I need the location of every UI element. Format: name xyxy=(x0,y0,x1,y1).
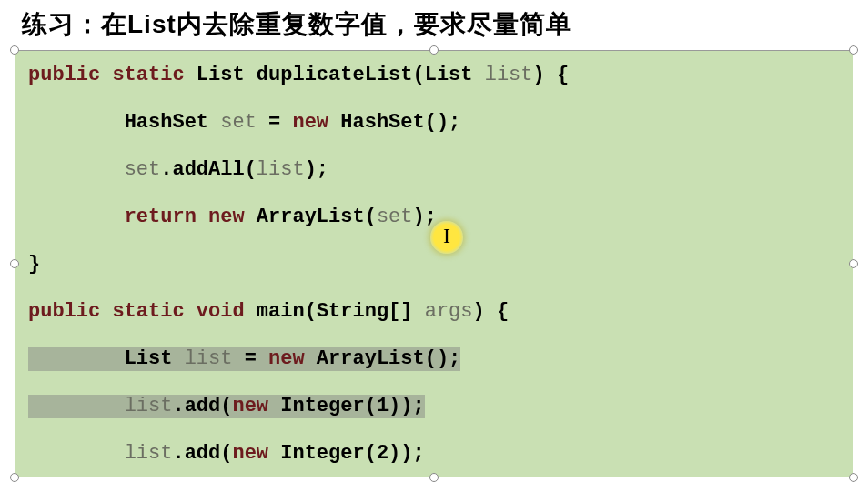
end: )); xyxy=(389,395,425,417)
obj-list: list xyxy=(125,395,173,417)
brace-close: } xyxy=(28,253,40,276)
indent xyxy=(28,442,125,465)
kw-new: new xyxy=(232,442,268,465)
var-set: set xyxy=(220,111,257,134)
paren-brace: ) { xyxy=(473,300,510,323)
eq: = xyxy=(257,111,293,134)
resize-handle[interactable] xyxy=(429,473,439,482)
indent xyxy=(28,111,125,134)
var-list: list xyxy=(185,347,233,370)
code-content[interactable]: public static List duplicateList(List li… xyxy=(15,50,853,477)
resize-handle[interactable] xyxy=(10,45,19,55)
code-frame: public static List duplicateList(List li… xyxy=(15,50,853,477)
eq: = xyxy=(232,347,268,370)
method-name: duplicateList xyxy=(257,64,413,86)
arg-set: set xyxy=(377,206,413,228)
kw-new: new xyxy=(268,347,305,370)
resize-handle[interactable] xyxy=(10,259,19,268)
arg-list: list xyxy=(257,158,305,181)
sp xyxy=(197,206,208,228)
type-list: List xyxy=(125,347,173,370)
num-2: 2 xyxy=(377,442,389,465)
type-list: List xyxy=(197,64,245,86)
call-add: .add( xyxy=(172,442,232,465)
resize-handle[interactable] xyxy=(849,259,858,268)
method-main: main xyxy=(257,300,305,323)
num-1: 1 xyxy=(377,395,389,417)
kw-new: new xyxy=(208,206,245,228)
kw-static: static xyxy=(112,300,184,323)
ctor-arraylist: ArrayList(); xyxy=(305,347,461,370)
end: )); xyxy=(389,442,425,465)
param: list xyxy=(485,64,533,86)
param-args: args xyxy=(425,300,473,323)
ctor-integer: Integer( xyxy=(268,395,377,417)
call-add: .add( xyxy=(172,395,232,417)
resize-handle[interactable] xyxy=(429,45,439,55)
ctor-hashset: HashSet(); xyxy=(328,111,460,134)
indent xyxy=(28,347,125,370)
kw-new: new xyxy=(292,111,328,134)
ctor-arraylist: ArrayList( xyxy=(245,206,377,228)
code-pre: public static List duplicateList(List li… xyxy=(28,64,843,482)
obj-set: set xyxy=(125,158,161,181)
paren: ( xyxy=(413,64,425,86)
end: ); xyxy=(305,158,328,181)
indent xyxy=(28,206,125,228)
kw-public: public xyxy=(28,64,100,86)
type-string-arr: String[] xyxy=(317,300,413,323)
call-addall: .addAll( xyxy=(160,158,257,181)
paren: ( xyxy=(305,300,317,323)
paren-brace: ) { xyxy=(533,64,570,86)
kw-public: public xyxy=(28,300,100,323)
resize-handle[interactable] xyxy=(10,473,19,482)
kw-return: return xyxy=(125,206,197,228)
indent xyxy=(28,158,125,181)
end: ); xyxy=(413,206,437,228)
exercise-title: 练习：在List内去除重复数字值，要求尽量简单 xyxy=(0,0,868,47)
param-type: List xyxy=(425,64,473,86)
obj-list: list xyxy=(125,442,173,465)
type-hashset: HashSet xyxy=(125,111,208,134)
resize-handle[interactable] xyxy=(849,45,858,55)
ctor-integer: Integer( xyxy=(268,442,377,465)
resize-handle[interactable] xyxy=(849,473,858,482)
indent xyxy=(28,395,125,417)
kw-void: void xyxy=(197,300,245,323)
kw-static: static xyxy=(112,64,184,86)
kw-new: new xyxy=(232,395,268,417)
